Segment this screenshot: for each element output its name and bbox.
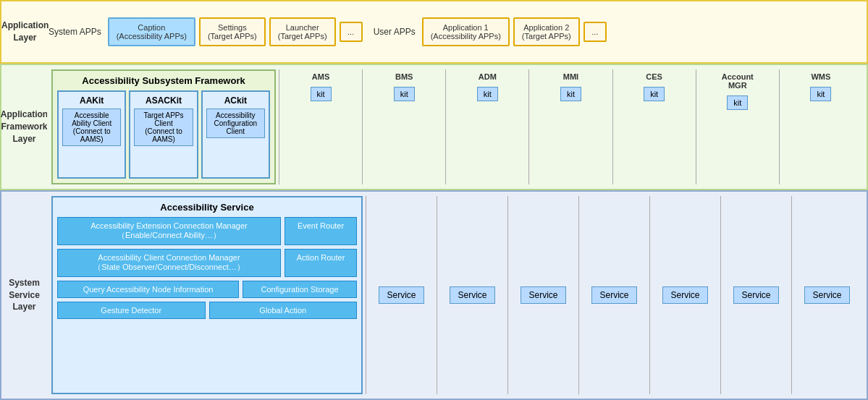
main-container: Application Layer System APPs Caption(Ac… [0,0,868,400]
kit-aakit: AAKit Accessible Ability Client(Connect … [57,90,126,179]
kits-row: AAKit Accessible Ability Client(Connect … [57,90,270,179]
app-dots-1: ... [340,22,363,42]
svc-badge-wms: kit [810,87,831,101]
app-dots-2: ... [583,22,607,42]
kit-ackit-desc: AccessibilityConfigurationClient [206,108,265,138]
event-router-btn: Event Router [285,217,357,245]
ext-conn-mgr-btn: Accessibility Extension Connection Manag… [57,217,281,245]
svc-col-wms-name: WMS [811,72,830,81]
system-svc-columns: Service Service Service Service Service [366,196,862,394]
sys-svc-col-4: Service [578,196,649,394]
svc-col-ces-name: CES [646,72,662,81]
system-row: Accessibility Service Accessibility Exte… [47,190,868,400]
framework-layer-label: Application Framework Layer [0,64,47,190]
svc-badge-mmi: kit [560,87,581,101]
svc-badge-ams: kit [311,87,332,101]
kit-asackit: ASACKit Target APPs Client(Connect to AA… [129,90,198,179]
app-caption-label: Caption(Accessibility APPs) [117,23,187,41]
left-labels: Application Framework Layer System Servi… [0,64,47,400]
app-settings[interactable]: Settings(Target APPs) [199,17,266,46]
acc-row-4: Gesture Detector Global Action [57,302,357,319]
app-launcher[interactable]: Launcher(Target APPs) [269,17,336,46]
sys-svc-col-7: Service [791,196,862,394]
sys-svc-badge-3: Service [521,286,565,304]
svc-col-account-name: AccountMGR [722,72,754,90]
svc-col-wms: WMS kit [779,69,862,184]
config-storage-btn: Configuration Storage [243,281,357,298]
sys-svc-col-3: Service [507,196,578,394]
sys-svc-badge-2: Service [450,286,494,304]
acc-service-title: Accessibility Service [57,202,357,213]
svc-col-ces: CES kit [612,69,696,184]
svc-badge-bms: kit [394,87,415,101]
acc-service-grid: Accessibility Extension Connection Manag… [57,217,357,319]
svc-col-mmi: MMI kit [528,69,612,184]
sys-svc-badge-1: Service [379,286,424,304]
sys-svc-col-1: Service [366,196,437,394]
asf-container: Accessibility Subsystem Framework AAKit … [51,69,276,184]
app-application2[interactable]: Application 2(Target APPs) [513,17,580,46]
app-application2-label: Application 2(Target APPs) [522,23,571,41]
svc-badge-ces: kit [644,87,665,101]
global-action-btn: Global Action [209,302,358,319]
kit-asackit-desc: Target APPs Client(Connect to AAMS) [134,108,193,146]
kit-ackit: ACkit AccessibilityConfigurationClient [201,90,270,179]
acc-row-1: Accessibility Extension Connection Manag… [57,217,357,245]
app-application1[interactable]: Application 1(Accessibility APPs) [422,17,510,46]
gesture-detector-btn: Gesture Detector [57,302,206,319]
svc-col-ams-name: AMS [312,72,329,81]
kit-aakit-name: AAKit [80,95,104,106]
application-layer: Application Layer System APPs Caption(Ac… [0,0,868,64]
sys-svc-badge-7: Service [804,286,849,304]
user-apps-label: User APPs [374,27,416,37]
kit-ackit-name: ACkit [224,95,247,106]
sys-svc-col-5: Service [649,196,720,394]
sys-svc-col-2: Service [437,196,507,394]
app-settings-label: Settings(Target APPs) [208,23,257,41]
acc-service-box: Accessibility Service Accessibility Exte… [51,196,363,394]
query-node-btn: Query Accessibility Node Information [57,281,239,298]
sys-svc-col-6: Service [720,196,791,394]
sys-svc-badge-5: Service [662,286,707,304]
client-conn-mgr-btn: Accessibility Client Connection Manager（… [57,249,281,277]
acc-row-2: Accessibility Client Connection Manager（… [57,249,357,277]
system-layer-label: System Service Layer [0,190,47,400]
svc-col-bms: BMS kit [362,69,445,184]
system-apps-label: System APPs [49,27,101,37]
svc-col-mmi-name: MMI [563,72,578,81]
acc-row-3: Query Accessibility Node Information Con… [57,281,357,298]
svc-col-adm-name: ADM [479,72,497,81]
framework-svc-columns: AMS kit BMS kit ADM kit MMI kit [279,69,862,184]
svc-col-bms-name: BMS [395,72,413,81]
right-content: Accessibility Subsystem Framework AAKit … [47,64,868,400]
sys-svc-badge-4: Service [591,286,636,304]
action-router-btn: Action Router [285,249,357,277]
svc-badge-account: kit [727,95,748,110]
sys-svc-badge-6: Service [733,286,778,304]
app-application1-label: Application 1(Accessibility APPs) [431,23,501,41]
svc-col-ams: AMS kit [279,69,362,184]
kit-asackit-name: ASACKit [146,95,182,106]
kit-aakit-desc: Accessible Ability Client(Connect to AAM… [62,108,121,146]
asf-title: Accessibility Subsystem Framework [57,75,270,86]
svc-col-account: AccountMGR kit [696,69,779,184]
app-layer-content: System APPs Caption(Accessibility APPs) … [49,17,862,46]
app-caption[interactable]: Caption(Accessibility APPs) [108,17,195,46]
framework-row: Accessibility Subsystem Framework AAKit … [47,64,868,190]
svc-badge-adm: kit [477,87,498,101]
app-layer-label: Application Layer [1,20,49,44]
body-rows: Application Framework Layer System Servi… [0,64,868,400]
svc-col-adm: ADM kit [445,69,528,184]
app-launcher-label: Launcher(Target APPs) [278,23,327,41]
